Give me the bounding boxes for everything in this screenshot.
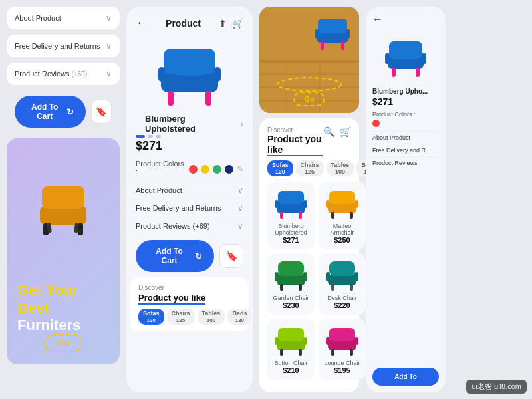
bookmark-icon: 🔖 [226,251,237,261]
accordion-reviews[interactable]: Product Reviews (+69) ∨ [126,217,253,235]
tab-chairs-full[interactable]: Chairs 125 [296,160,324,176]
accordion-about-partial[interactable]: About Product [372,131,439,144]
chevron-down-icon: ∨ [106,69,112,78]
svg-rect-46 [329,261,355,276]
accordion-reviews[interactable]: Product Reviews (+69) ∨ [7,63,120,85]
color-navy[interactable] [225,165,233,174]
tab-tables[interactable]: Tables 100 [198,309,225,325]
product-name-blue: Blumberg Upholstered [273,223,309,236]
accordion-label: About Product [136,186,182,194]
accordion-label: Product Reviews (+69) [136,222,210,230]
share-icon[interactable]: ⬆ [219,18,227,29]
product-img-blue [273,187,309,220]
product-image-area [126,34,253,114]
color-green[interactable] [213,165,221,174]
color-yellow[interactable] [201,165,209,174]
ar-go-badge[interactable]: Go [293,92,325,106]
next-icon[interactable]: › [240,118,243,129]
svg-rect-38 [350,212,353,219]
svg-rect-0 [40,206,86,225]
svg-rect-64 [389,41,422,59]
accordion-delivery-label: Free Delivery and Returns [15,42,100,50]
colors-label-partial: Product Colors : [372,111,439,118]
svg-rect-9 [158,67,165,82]
svg-rect-47 [326,272,330,281]
chevron-down-icon: ∨ [106,13,112,23]
svg-rect-25 [341,41,344,50]
add-to-cart-button-partial[interactable]: Add To [372,368,439,386]
promo-banner: Get Your Best Furniters Go [7,138,120,364]
discover-header: Discover Product you like 🔍 🛒 [267,126,351,156]
product-card-green[interactable]: Garden Chair $230 [267,253,315,315]
accordion-label: Free Delivery and Returns [136,204,221,212]
add-to-cart-button-2[interactable]: Add To Cart ↻ [136,240,214,272]
product-card-yellow[interactable]: Matteo Armchair $250 [319,182,366,249]
product-card-lime[interactable]: Button Chair $210 [267,319,315,380]
svg-rect-10 [214,67,221,82]
tab-beds[interactable]: Beds 130 [227,309,251,325]
tab-tables-full[interactable]: Tables 100 [327,160,354,176]
product-card-blue[interactable]: Blumberg Upholstered $271 [267,182,315,249]
colors-section: Product Colors : ✎ [126,157,253,181]
accordion-about[interactable]: About Product ∨ [126,181,253,199]
search-icon[interactable]: 🔍 [323,126,334,137]
tab-chairs[interactable]: Chairs 125 [167,309,195,325]
accordion-reviews-label: Product Reviews (+69) [15,70,87,78]
svg-rect-29 [275,200,279,208]
color-red[interactable] [189,165,198,174]
svg-rect-22 [315,29,319,39]
svg-rect-27 [277,203,305,213]
svg-rect-35 [326,200,330,208]
bookmark-button-2[interactable]: 🔖 [219,244,243,268]
svg-rect-34 [329,191,355,204]
go-badge[interactable]: Go [44,334,82,352]
product-price-blue: $271 [283,236,299,244]
svg-rect-58 [329,328,355,341]
svg-rect-53 [275,337,279,345]
product-name-pink: Lounge Chair [324,360,360,366]
svg-rect-30 [303,200,307,208]
accordion-reviews-partial[interactable]: Product Reviews [372,156,439,169]
cart-icon[interactable]: 🛒 [340,126,351,137]
panel-product-detail: ← Product ⬆ 🛒 Blumberg Upholstered › [126,7,253,392]
add-to-cart-button[interactable]: Add To Cart ↻ [15,96,86,128]
chevron-down-icon: ∨ [106,41,112,51]
back-button-partial[interactable]: ← [372,13,439,25]
tab-sofas-full[interactable]: Sofas 120 [267,160,293,176]
accordion-about[interactable]: About Product ∨ [7,7,120,29]
product-card-teal[interactable]: Desk Chair $220 [319,253,366,315]
edit-icon[interactable]: ✎ [237,164,243,174]
svg-rect-21 [318,19,347,33]
cart-icon[interactable]: 🛒 [232,18,243,29]
svg-rect-61 [331,349,334,356]
svg-rect-44 [299,284,302,291]
product-name-green: Garden Chair [273,295,309,301]
discover-title: Product you like [267,134,323,156]
bookmark-button[interactable]: 🔖 [91,100,112,124]
svg-rect-45 [328,275,356,285]
svg-rect-32 [299,212,302,219]
svg-rect-23 [346,29,350,39]
svg-rect-1 [42,186,84,209]
product-price-green: $230 [283,301,299,309]
product-img-yellow [324,187,360,220]
tab-sofas[interactable]: Sofas 120 [138,309,164,325]
chevron-down-icon: ∨ [237,203,243,213]
color-red-partial[interactable] [372,120,380,127]
svg-rect-43 [280,284,283,291]
product-price-pink: $195 [334,366,350,374]
discover-tabs: Sofas 120 Chairs 125 Tables 100 Beds 130 [138,309,241,325]
product-price-teal: $220 [334,301,350,309]
refresh-icon: ↻ [195,251,202,261]
accordion-delivery[interactable]: Free Delivery and Returns ∨ [126,199,253,217]
product-price: $271 [126,138,253,157]
refresh-icon: ↻ [66,107,74,117]
accordion-delivery-partial[interactable]: Free Delivery and R... [372,144,439,156]
product-img-lime [273,324,309,357]
accordion-delivery[interactable]: Free Delivery and Returns ∨ [7,35,120,57]
svg-rect-56 [299,349,302,356]
back-button[interactable]: ← [136,16,148,30]
discover-panel: Discover Product you like 🔍 🛒 Sofas 120 … [259,118,359,392]
product-card-pink[interactable]: Lounge Chair $195 [319,319,366,380]
color-options-partial [372,120,439,127]
